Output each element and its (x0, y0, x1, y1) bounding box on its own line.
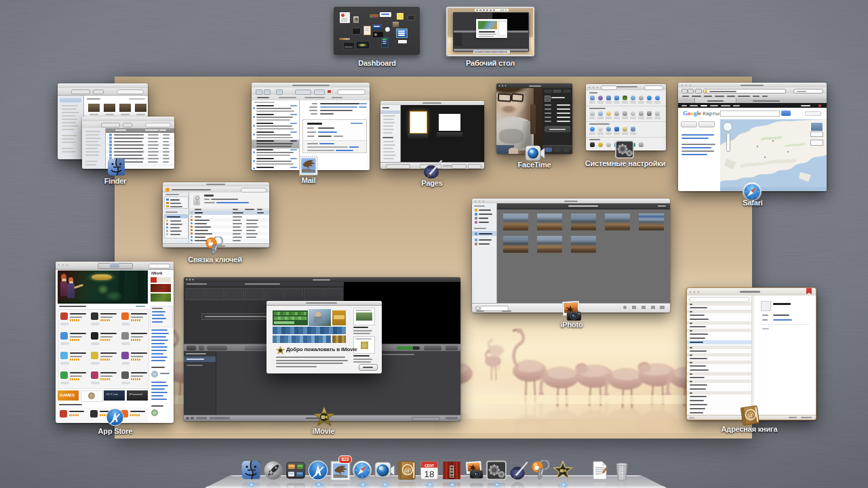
svg-text:@: @ (404, 466, 411, 474)
svg-text:18: 18 (424, 469, 434, 479)
svg-text:CENT: CENT (425, 464, 434, 468)
svg-text:@: @ (747, 410, 755, 419)
